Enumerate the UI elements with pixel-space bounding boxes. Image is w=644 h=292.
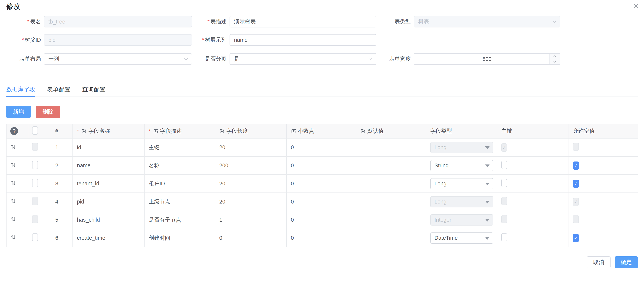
field-type-select[interactable]: Long	[430, 142, 493, 153]
nullable-checkbox[interactable]	[573, 143, 579, 151]
field-name-cell[interactable]: id	[73, 138, 144, 156]
tree-display-col-input[interactable]	[230, 34, 376, 46]
chevron-down-icon	[553, 60, 556, 64]
caret-down-icon	[485, 201, 490, 204]
caret-down-icon	[485, 146, 490, 149]
form-layout-select[interactable]: 一列	[44, 53, 192, 65]
required-asterisk: *	[208, 18, 210, 24]
field-desc-cell[interactable]: 上级节点	[144, 193, 215, 211]
decimal-cell[interactable]: 0	[286, 156, 356, 174]
field-name-cell[interactable]: create_time	[73, 229, 144, 247]
nullable-checkbox[interactable]	[573, 234, 579, 242]
cancel-button[interactable]: 取消	[587, 256, 610, 268]
field-type-select[interactable]: DateTime	[430, 232, 493, 244]
decimal-cell[interactable]: 0	[286, 193, 356, 211]
field-type-select[interactable]: String	[430, 160, 493, 171]
row-checkbox[interactable]	[32, 215, 38, 223]
caret-down-icon	[485, 219, 490, 222]
field-length-cell[interactable]: 20	[215, 174, 286, 193]
row-checkbox[interactable]	[32, 161, 38, 169]
table-type-select[interactable]: 树表	[414, 16, 560, 28]
close-icon[interactable]: ×	[633, 2, 639, 10]
drag-sort-icon[interactable]	[10, 144, 16, 150]
primary-key-checkbox[interactable]	[501, 215, 507, 223]
field-desc-cell[interactable]: 租户ID	[144, 174, 215, 193]
field-name-cell[interactable]: tenant_id	[73, 174, 144, 193]
primary-key-checkbox[interactable]	[501, 197, 507, 205]
decimal-cell[interactable]: 0	[286, 211, 356, 229]
field-desc-cell[interactable]: 创建时间	[144, 229, 215, 247]
row-checkbox[interactable]	[32, 197, 38, 205]
tab-query-config[interactable]: 查询配置	[82, 86, 105, 93]
field-length-cell[interactable]: 0	[215, 229, 286, 247]
default-value-cell[interactable]	[356, 211, 426, 229]
default-value-cell[interactable]	[356, 156, 426, 174]
form-layout-label: 表单布局	[19, 56, 41, 62]
pagination-select[interactable]: 是	[230, 53, 376, 65]
field-type-select[interactable]: Long	[430, 178, 493, 189]
field-desc-cell[interactable]: 是否有子节点	[144, 211, 215, 229]
row-index: 1	[51, 138, 73, 156]
decimal-cell[interactable]: 0	[286, 138, 356, 156]
col-decimal-point: 小数点	[298, 127, 314, 135]
default-value-cell[interactable]	[356, 229, 426, 247]
field-length-cell[interactable]: 20	[215, 138, 286, 156]
drag-sort-icon[interactable]	[10, 180, 16, 186]
default-value-cell[interactable]	[356, 193, 426, 211]
help-icon[interactable]: ?	[10, 127, 18, 135]
stepper-down-button[interactable]	[550, 59, 560, 64]
select-all-checkbox[interactable]	[32, 126, 38, 134]
chevron-up-icon	[553, 54, 556, 58]
default-value-cell[interactable]	[356, 174, 426, 193]
field-desc-cell[interactable]: 名称	[144, 156, 215, 174]
decimal-cell[interactable]: 0	[286, 174, 356, 193]
nullable-checkbox[interactable]	[573, 198, 579, 206]
add-button[interactable]: 新增	[6, 106, 31, 118]
field-length-cell[interactable]: 20	[215, 193, 286, 211]
col-default-value: 默认值	[368, 127, 384, 135]
delete-button[interactable]: 删除	[36, 106, 60, 118]
primary-key-checkbox[interactable]	[501, 144, 507, 152]
table-name-input[interactable]	[44, 16, 192, 28]
stepper-up-button[interactable]	[550, 54, 560, 59]
field-table-desc: *表描述	[194, 16, 376, 28]
col-nullable: 允许空值	[569, 124, 638, 138]
row-index: 5	[51, 211, 73, 229]
field-name-cell[interactable]: name	[73, 156, 144, 174]
drag-sort-icon[interactable]	[10, 198, 16, 204]
drag-sort-icon[interactable]	[10, 234, 16, 240]
config-tabs: 数据库字段 表单配置 查询配置	[6, 86, 638, 97]
field-desc-cell[interactable]: 主键	[144, 138, 215, 156]
field-length-cell[interactable]: 200	[215, 156, 286, 174]
row-checkbox[interactable]	[32, 233, 38, 242]
field-type-select[interactable]: Integer	[430, 214, 493, 226]
tree-parent-id-input[interactable]	[44, 34, 192, 46]
nullable-checkbox[interactable]	[573, 215, 579, 223]
decimal-cell[interactable]: 0	[286, 229, 356, 247]
field-type-select[interactable]: Long	[430, 196, 493, 208]
row-checkbox[interactable]	[32, 179, 38, 187]
table-row: 6 create_time 创建时间 0 0 DateTime	[6, 229, 638, 247]
field-table-name: *表名	[6, 16, 192, 28]
drag-sort-icon[interactable]	[10, 162, 16, 168]
col-field-type: 字段类型	[426, 124, 497, 138]
default-value-cell[interactable]	[356, 138, 426, 156]
drag-sort-icon[interactable]	[10, 216, 16, 222]
field-length-cell[interactable]: 1	[215, 211, 286, 229]
col-field-name: 字段名称	[88, 127, 110, 135]
tab-database-fields[interactable]: 数据库字段	[6, 86, 35, 93]
nullable-checkbox[interactable]	[573, 162, 579, 170]
primary-key-checkbox[interactable]	[501, 233, 507, 242]
primary-key-checkbox[interactable]	[501, 161, 507, 169]
primary-key-checkbox[interactable]	[501, 179, 507, 187]
row-checkbox[interactable]	[32, 143, 38, 151]
field-name-cell[interactable]: pid	[73, 193, 144, 211]
form-width-input[interactable]	[414, 53, 560, 65]
confirm-button[interactable]: 确定	[615, 256, 638, 268]
tree-display-col-label: 树展示列	[205, 37, 226, 43]
field-name-cell[interactable]: has_child	[73, 211, 144, 229]
nullable-checkbox[interactable]	[573, 180, 579, 188]
table-desc-input[interactable]	[230, 16, 376, 28]
tab-form-config[interactable]: 表单配置	[47, 86, 70, 93]
edit-icon	[360, 128, 366, 134]
